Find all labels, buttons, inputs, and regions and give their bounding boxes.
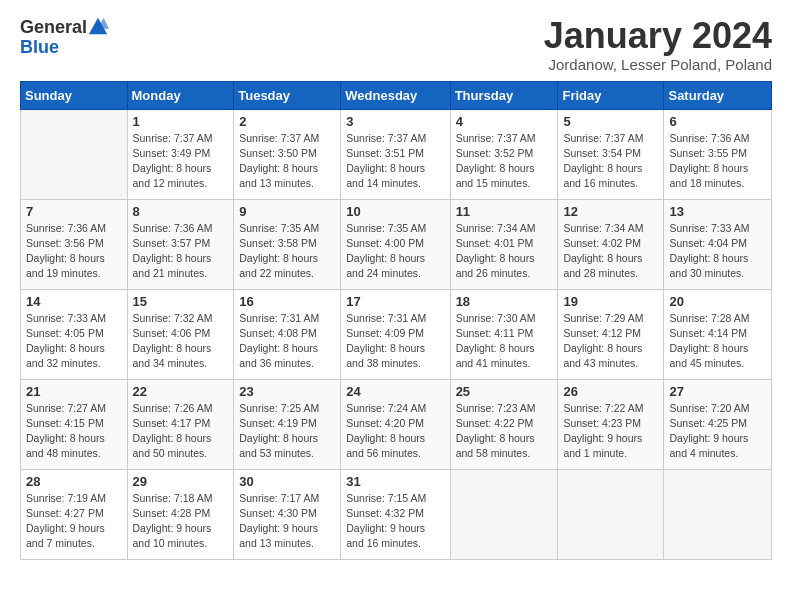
day-number: 8 <box>133 204 229 219</box>
calendar-cell: 29Sunrise: 7:18 AMSunset: 4:28 PMDayligh… <box>127 469 234 559</box>
day-number: 24 <box>346 384 444 399</box>
day-number: 27 <box>669 384 766 399</box>
day-info: Sunrise: 7:27 AMSunset: 4:15 PMDaylight:… <box>26 401 122 462</box>
logo: General Blue <box>20 16 109 56</box>
day-info: Sunrise: 7:31 AMSunset: 4:09 PMDaylight:… <box>346 311 444 372</box>
day-header-tuesday: Tuesday <box>234 81 341 109</box>
calendar-cell: 6Sunrise: 7:36 AMSunset: 3:55 PMDaylight… <box>664 109 772 199</box>
day-info: Sunrise: 7:35 AMSunset: 3:58 PMDaylight:… <box>239 221 335 282</box>
calendar-table: SundayMondayTuesdayWednesdayThursdayFrid… <box>20 81 772 560</box>
calendar-cell: 5Sunrise: 7:37 AMSunset: 3:54 PMDaylight… <box>558 109 664 199</box>
day-number: 5 <box>563 114 658 129</box>
day-number: 19 <box>563 294 658 309</box>
day-info: Sunrise: 7:31 AMSunset: 4:08 PMDaylight:… <box>239 311 335 372</box>
week-row-4: 21Sunrise: 7:27 AMSunset: 4:15 PMDayligh… <box>21 379 772 469</box>
day-info: Sunrise: 7:19 AMSunset: 4:27 PMDaylight:… <box>26 491 122 552</box>
day-info: Sunrise: 7:36 AMSunset: 3:56 PMDaylight:… <box>26 221 122 282</box>
day-number: 14 <box>26 294 122 309</box>
day-number: 20 <box>669 294 766 309</box>
calendar-cell: 2Sunrise: 7:37 AMSunset: 3:50 PMDaylight… <box>234 109 341 199</box>
logo-icon <box>87 16 109 38</box>
day-number: 18 <box>456 294 553 309</box>
calendar-cell: 18Sunrise: 7:30 AMSunset: 4:11 PMDayligh… <box>450 289 558 379</box>
day-number: 22 <box>133 384 229 399</box>
day-info: Sunrise: 7:36 AMSunset: 3:57 PMDaylight:… <box>133 221 229 282</box>
calendar-cell: 4Sunrise: 7:37 AMSunset: 3:52 PMDaylight… <box>450 109 558 199</box>
day-number: 15 <box>133 294 229 309</box>
day-number: 11 <box>456 204 553 219</box>
day-header-sunday: Sunday <box>21 81 128 109</box>
calendar-cell: 19Sunrise: 7:29 AMSunset: 4:12 PMDayligh… <box>558 289 664 379</box>
day-number: 12 <box>563 204 658 219</box>
calendar-cell: 28Sunrise: 7:19 AMSunset: 4:27 PMDayligh… <box>21 469 128 559</box>
day-number: 26 <box>563 384 658 399</box>
calendar-cell: 24Sunrise: 7:24 AMSunset: 4:20 PMDayligh… <box>341 379 450 469</box>
calendar-cell: 31Sunrise: 7:15 AMSunset: 4:32 PMDayligh… <box>341 469 450 559</box>
calendar-cell: 27Sunrise: 7:20 AMSunset: 4:25 PMDayligh… <box>664 379 772 469</box>
calendar-cell: 23Sunrise: 7:25 AMSunset: 4:19 PMDayligh… <box>234 379 341 469</box>
calendar-cell: 3Sunrise: 7:37 AMSunset: 3:51 PMDaylight… <box>341 109 450 199</box>
day-number: 16 <box>239 294 335 309</box>
calendar-cell: 30Sunrise: 7:17 AMSunset: 4:30 PMDayligh… <box>234 469 341 559</box>
day-number: 1 <box>133 114 229 129</box>
day-info: Sunrise: 7:26 AMSunset: 4:17 PMDaylight:… <box>133 401 229 462</box>
logo-general: General <box>20 18 87 36</box>
days-header-row: SundayMondayTuesdayWednesdayThursdayFrid… <box>21 81 772 109</box>
day-info: Sunrise: 7:29 AMSunset: 4:12 PMDaylight:… <box>563 311 658 372</box>
calendar-cell <box>558 469 664 559</box>
day-number: 7 <box>26 204 122 219</box>
calendar-cell: 1Sunrise: 7:37 AMSunset: 3:49 PMDaylight… <box>127 109 234 199</box>
day-info: Sunrise: 7:24 AMSunset: 4:20 PMDaylight:… <box>346 401 444 462</box>
day-number: 17 <box>346 294 444 309</box>
week-row-1: 1Sunrise: 7:37 AMSunset: 3:49 PMDaylight… <box>21 109 772 199</box>
day-info: Sunrise: 7:18 AMSunset: 4:28 PMDaylight:… <box>133 491 229 552</box>
day-info: Sunrise: 7:34 AMSunset: 4:02 PMDaylight:… <box>563 221 658 282</box>
day-info: Sunrise: 7:34 AMSunset: 4:01 PMDaylight:… <box>456 221 553 282</box>
day-number: 30 <box>239 474 335 489</box>
day-info: Sunrise: 7:37 AMSunset: 3:50 PMDaylight:… <box>239 131 335 192</box>
week-row-5: 28Sunrise: 7:19 AMSunset: 4:27 PMDayligh… <box>21 469 772 559</box>
logo-blue: Blue <box>20 38 59 56</box>
calendar-cell: 17Sunrise: 7:31 AMSunset: 4:09 PMDayligh… <box>341 289 450 379</box>
calendar-cell: 13Sunrise: 7:33 AMSunset: 4:04 PMDayligh… <box>664 199 772 289</box>
day-number: 13 <box>669 204 766 219</box>
title-area: January 2024 Jordanow, Lesser Poland, Po… <box>544 16 772 73</box>
calendar-cell: 8Sunrise: 7:36 AMSunset: 3:57 PMDaylight… <box>127 199 234 289</box>
day-info: Sunrise: 7:37 AMSunset: 3:54 PMDaylight:… <box>563 131 658 192</box>
day-info: Sunrise: 7:33 AMSunset: 4:05 PMDaylight:… <box>26 311 122 372</box>
calendar-cell: 7Sunrise: 7:36 AMSunset: 3:56 PMDaylight… <box>21 199 128 289</box>
day-number: 25 <box>456 384 553 399</box>
day-number: 23 <box>239 384 335 399</box>
month-title: January 2024 <box>544 16 772 56</box>
day-header-thursday: Thursday <box>450 81 558 109</box>
calendar-cell: 20Sunrise: 7:28 AMSunset: 4:14 PMDayligh… <box>664 289 772 379</box>
calendar-cell: 16Sunrise: 7:31 AMSunset: 4:08 PMDayligh… <box>234 289 341 379</box>
day-info: Sunrise: 7:30 AMSunset: 4:11 PMDaylight:… <box>456 311 553 372</box>
calendar-cell: 11Sunrise: 7:34 AMSunset: 4:01 PMDayligh… <box>450 199 558 289</box>
day-number: 10 <box>346 204 444 219</box>
calendar-cell <box>21 109 128 199</box>
day-number: 2 <box>239 114 335 129</box>
day-number: 9 <box>239 204 335 219</box>
day-info: Sunrise: 7:15 AMSunset: 4:32 PMDaylight:… <box>346 491 444 552</box>
day-info: Sunrise: 7:23 AMSunset: 4:22 PMDaylight:… <box>456 401 553 462</box>
day-number: 31 <box>346 474 444 489</box>
day-info: Sunrise: 7:37 AMSunset: 3:51 PMDaylight:… <box>346 131 444 192</box>
day-info: Sunrise: 7:33 AMSunset: 4:04 PMDaylight:… <box>669 221 766 282</box>
calendar-cell: 10Sunrise: 7:35 AMSunset: 4:00 PMDayligh… <box>341 199 450 289</box>
calendar-cell <box>664 469 772 559</box>
calendar-cell: 26Sunrise: 7:22 AMSunset: 4:23 PMDayligh… <box>558 379 664 469</box>
calendar-cell: 25Sunrise: 7:23 AMSunset: 4:22 PMDayligh… <box>450 379 558 469</box>
calendar-cell <box>450 469 558 559</box>
day-info: Sunrise: 7:20 AMSunset: 4:25 PMDaylight:… <box>669 401 766 462</box>
day-header-friday: Friday <box>558 81 664 109</box>
calendar-cell: 9Sunrise: 7:35 AMSunset: 3:58 PMDaylight… <box>234 199 341 289</box>
day-number: 4 <box>456 114 553 129</box>
calendar-cell: 21Sunrise: 7:27 AMSunset: 4:15 PMDayligh… <box>21 379 128 469</box>
calendar-cell: 14Sunrise: 7:33 AMSunset: 4:05 PMDayligh… <box>21 289 128 379</box>
day-number: 21 <box>26 384 122 399</box>
day-info: Sunrise: 7:25 AMSunset: 4:19 PMDaylight:… <box>239 401 335 462</box>
day-info: Sunrise: 7:35 AMSunset: 4:00 PMDaylight:… <box>346 221 444 282</box>
calendar-cell: 22Sunrise: 7:26 AMSunset: 4:17 PMDayligh… <box>127 379 234 469</box>
day-header-monday: Monday <box>127 81 234 109</box>
